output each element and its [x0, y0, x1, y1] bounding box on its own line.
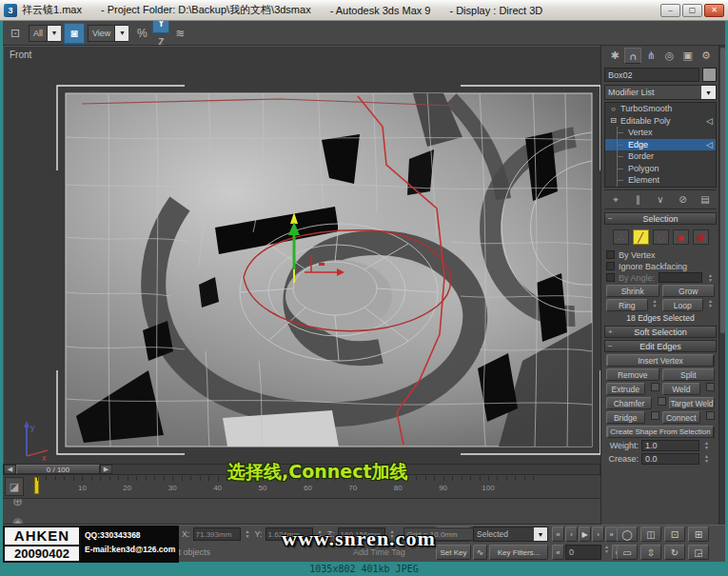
object-name-field[interactable]: Box02: [604, 68, 699, 82]
dropdown-arrow-icon[interactable]: ▼: [47, 26, 61, 41]
loop-spinner[interactable]: ▲▼: [706, 299, 715, 311]
element-subobject-icon[interactable]: ▣: [693, 229, 709, 245]
frame-spinner[interactable]: ▲▼: [602, 545, 611, 560]
arc-rotate-icon[interactable]: ↻: [664, 545, 685, 560]
set-key-button[interactable]: Set Key: [436, 545, 471, 560]
next-frame-button[interactable]: ›: [592, 526, 604, 542]
selection-rollout-header[interactable]: − Selection: [604, 212, 717, 225]
configure-modifier-sets-icon[interactable]: ▤: [698, 192, 713, 207]
stack-item-element[interactable]: Element: [605, 174, 716, 187]
crease-field[interactable]: 0.0: [641, 453, 699, 465]
play-button[interactable]: ▶: [579, 526, 591, 542]
zoom-all-icon[interactable]: ◫: [640, 526, 661, 542]
weld-settings-icon[interactable]: [706, 383, 715, 391]
select-link-icon[interactable]: ⊡: [5, 23, 26, 44]
weight-spinner[interactable]: ▲▼: [702, 441, 711, 450]
front-viewport[interactable]: Front: [3, 46, 600, 464]
dropdown-arrow-icon[interactable]: ▼: [534, 527, 547, 541]
reference-coordinate-dropdown[interactable]: View ▼: [88, 25, 128, 42]
current-frame-field[interactable]: 0: [565, 545, 601, 560]
percent-snap-icon[interactable]: %: [131, 23, 152, 44]
panel-scrollbar[interactable]: [718, 46, 725, 525]
min-max-toggle-icon[interactable]: ◲: [688, 545, 709, 560]
stack-item-polygon[interactable]: Polygon: [605, 163, 716, 175]
stack-item-editable-poly[interactable]: ⊟ Editable Poly ◁: [605, 115, 716, 128]
by-angle-row[interactable]: By Angle: ▲▼: [606, 272, 715, 283]
visibility-bulb-icon[interactable]: ○: [608, 105, 619, 113]
grow-button[interactable]: Grow: [662, 285, 716, 297]
time-slider-prev-icon[interactable]: ◀: [4, 465, 16, 474]
tab-hierarchy[interactable]: ⋔: [642, 48, 659, 64]
chamfer-settings-icon[interactable]: [658, 397, 666, 406]
modifier-list-dropdown[interactable]: Modifier List ▼: [604, 85, 717, 100]
zoom-extents-all-icon[interactable]: ⊞: [688, 526, 709, 542]
edit-edges-rollout-header[interactable]: − Edit Edges: [604, 340, 717, 352]
polygon-subobject-icon[interactable]: ■: [673, 229, 689, 245]
stack-item-turbosmooth[interactable]: ○ TurboSmooth: [605, 103, 716, 115]
key-mode-toggle-icon[interactable]: ∿: [473, 545, 487, 560]
by-vertex-checkbox-row[interactable]: By Vertex: [606, 249, 715, 260]
remove-modifier-icon[interactable]: ⊘: [676, 192, 691, 207]
extrude-button[interactable]: Extrude: [606, 383, 645, 395]
checkbox[interactable]: [606, 250, 615, 259]
time-slider-button[interactable]: 0 / 100: [16, 465, 100, 474]
bridge-button[interactable]: Bridge: [606, 411, 645, 424]
object-color-swatch[interactable]: [702, 68, 717, 82]
x-coordinate-field[interactable]: 71.393mm: [193, 527, 241, 541]
axis-y-button[interactable]: Y: [152, 21, 169, 33]
key-step-icon[interactable]: «: [552, 545, 564, 560]
bridge-settings-icon[interactable]: [651, 411, 659, 420]
field-of-view-icon[interactable]: ▭: [617, 545, 638, 560]
target-weld-button[interactable]: Target Weld: [669, 397, 715, 409]
ring-spinner[interactable]: ▲▼: [651, 299, 659, 311]
axis-z-button[interactable]: Z: [152, 33, 169, 47]
split-button[interactable]: Split: [662, 368, 716, 381]
vertex-subobject-icon[interactable]: ∴: [613, 229, 629, 245]
checkbox[interactable]: [606, 262, 615, 270]
tab-utilities[interactable]: ⚙: [698, 48, 715, 64]
window-crossing-icon[interactable]: ◙: [64, 23, 85, 44]
edge-subobject-icon[interactable]: ╱: [633, 229, 649, 245]
go-to-start-button[interactable]: «: [552, 526, 564, 542]
dropdown-arrow-icon[interactable]: ▼: [114, 26, 128, 41]
plugin-icon-12[interactable]: ◉: [7, 511, 29, 525]
pan-icon[interactable]: ⇳: [640, 545, 661, 560]
previous-frame-button[interactable]: ‹: [565, 526, 578, 542]
weld-button[interactable]: Weld: [662, 383, 701, 395]
chamfer-button[interactable]: Chamfer: [606, 397, 652, 409]
plugin-icon-11[interactable]: ⊕: [7, 499, 29, 511]
toolbar-overflow-icon[interactable]: ≋: [169, 23, 190, 44]
x-spinner[interactable]: ▲▼: [244, 529, 252, 539]
tab-display[interactable]: ▣: [679, 48, 697, 64]
maximize-button[interactable]: ▢: [682, 4, 702, 17]
zoom-extents-icon[interactable]: ⊡: [664, 526, 685, 542]
border-subobject-icon[interactable]: ◇: [653, 229, 669, 245]
soft-selection-rollout-header[interactable]: + Soft Selection: [604, 326, 717, 338]
tab-create[interactable]: ✱: [606, 48, 623, 64]
zoom-icon[interactable]: ◯: [617, 526, 638, 542]
viewport-label[interactable]: Front: [10, 50, 31, 60]
by-angle-field[interactable]: [659, 272, 702, 283]
dropdown-arrow-icon[interactable]: ▼: [701, 86, 716, 99]
title-bar[interactable]: 3 祥云镜1.max - Project Folder: D:\Backup\我…: [0, 0, 728, 21]
minimize-button[interactable]: –: [660, 4, 680, 17]
pin-stack-icon[interactable]: ⌖: [608, 192, 623, 207]
connect-settings-icon[interactable]: [706, 411, 715, 420]
make-unique-icon[interactable]: ∨: [653, 192, 668, 207]
insert-vertex-button[interactable]: Insert Vertex: [607, 354, 714, 367]
key-filters-button[interactable]: Key Filters...: [489, 545, 548, 560]
weight-field[interactable]: 1.0: [641, 440, 699, 451]
close-button[interactable]: ✕: [704, 4, 724, 17]
checkbox[interactable]: [606, 273, 615, 282]
extrude-settings-icon[interactable]: [651, 383, 659, 391]
spinner-icon[interactable]: ▲▼: [706, 273, 715, 283]
show-end-result-icon[interactable]: ∥: [631, 192, 646, 207]
mini-curve-editor-button[interactable]: ◪: [5, 477, 24, 496]
connect-button[interactable]: Connect: [662, 411, 701, 424]
create-shape-button[interactable]: Create Shape From Selection: [607, 426, 714, 438]
remove-button[interactable]: Remove: [606, 368, 659, 381]
selection-set-dropdown[interactable]: Selected ▼: [473, 526, 548, 542]
stack-item-edge[interactable]: Edge ◁: [605, 139, 716, 151]
crease-spinner[interactable]: ▲▼: [702, 454, 711, 464]
ignore-backfacing-checkbox-row[interactable]: Ignore Backfacing: [606, 261, 715, 271]
